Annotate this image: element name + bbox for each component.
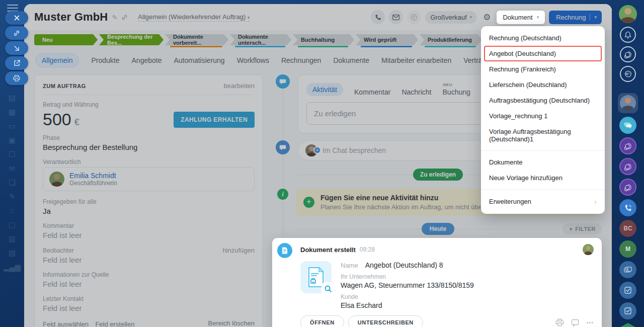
create-field-link[interactable]: Feld erstellen (95, 320, 134, 327)
print-document-icon[interactable] (555, 318, 564, 326)
workspace-badge-of[interactable]: OF (620, 323, 636, 327)
stage-buchhaltung[interactable]: Buchhaltung (293, 34, 354, 47)
tab-workflows[interactable]: Workflows (237, 56, 269, 64)
stage-dokumente-vorbereiten[interactable]: Dokumente vorbereit... (165, 34, 228, 47)
tab-automatisierung[interactable]: Automatisierung (174, 56, 224, 64)
media-icon[interactable]: ▥ (0, 234, 24, 243)
add-participant-icon[interactable]: + (313, 146, 321, 154)
menu-item-rechnung-deutschland[interactable]: Rechnung (Deutschland) (481, 30, 605, 46)
call-button[interactable] (371, 10, 385, 24)
stage-wird-geprueft[interactable]: Wird geprüft (356, 34, 418, 47)
chevron-down-icon: ▾ (537, 15, 539, 20)
open-document-button[interactable]: ÖFFNEN (300, 315, 344, 327)
menu-item-erweiterungen[interactable]: Erweiterungen› (481, 193, 605, 210)
menu-item-lieferschein[interactable]: Lieferschein (Deutschland) (481, 77, 605, 93)
notifications-button[interactable] (620, 27, 636, 43)
composer-tab-buchung[interactable]: NEUBuchung (443, 88, 470, 96)
workspace-spiral-1[interactable] (619, 137, 636, 154)
owner-card[interactable]: Emilia Schmidt Geschäftsführerin (43, 167, 255, 191)
link-icon[interactable] (121, 14, 128, 21)
menu-item-dokumente[interactable]: Dokumente (481, 154, 605, 170)
field-label: Informationen zur Quelle (43, 271, 255, 278)
field-value-empty: Feld ist leer (43, 304, 255, 312)
tab-allgemein[interactable]: Allgemein (35, 53, 79, 67)
menu-item-vorlage-auftragsbestaetigung[interactable]: Vorlage Auftragsbestätigung (Deutschland… (481, 124, 605, 147)
composer-tab-nachricht[interactable]: Nachricht (401, 88, 431, 96)
mail-icon[interactable]: ✉ (0, 164, 24, 173)
tasks-channel-button-2[interactable] (619, 302, 636, 319)
copy-link-button[interactable] (5, 26, 28, 40)
menu-item-auftragsbestaetigung[interactable]: Auftragsbestätigung (Deutschland) (481, 93, 605, 108)
stage-produktlieferung[interactable]: Produktlieferung (420, 34, 482, 47)
checkbox-icon (624, 287, 631, 294)
tasks-channel-button-1[interactable] (619, 282, 636, 299)
tab-dokumente[interactable]: Dokumente (333, 56, 369, 64)
deal-panel-edit-link[interactable]: bearbeiten (224, 82, 255, 90)
filter-button[interactable]: ▼ FILTER (562, 223, 602, 234)
workspace-spiral-2[interactable] (619, 158, 636, 175)
workspace-badge-bc[interactable]: BC (619, 220, 636, 237)
edit-title-icon[interactable]: ✎ (112, 14, 117, 21)
stats-icon[interactable]: ▂▄▆ (0, 263, 24, 272)
user-avatar[interactable] (619, 5, 637, 23)
open-external-button[interactable] (5, 56, 28, 70)
document-thumbnail[interactable] (300, 261, 332, 293)
tab-angebote[interactable]: Angebote (132, 56, 162, 64)
rechnung-button[interactable]: Rechnung▾ (549, 11, 602, 24)
delete-section-link[interactable]: Bereich löschen (208, 319, 255, 327)
sign-document-button[interactable]: UNTERSCHREIBEN (348, 315, 423, 327)
workspace-spiral-3[interactable] (619, 179, 636, 196)
network-icon[interactable]: ▧ (0, 249, 24, 258)
event-author-avatar (583, 244, 594, 255)
menu-item-rechnung-frankreich[interactable]: Rechnung (Frankreich) (481, 61, 605, 77)
calendar-icon[interactable]: ▦ (0, 108, 24, 117)
owner-name-link[interactable]: Emilia Schmidt (69, 172, 117, 180)
move-button[interactable] (5, 41, 28, 55)
payment-received-button[interactable]: ZAHLUNG ERHALTEN (174, 112, 255, 128)
field-value-empty: Feld ist leer (43, 256, 255, 264)
archive-icon[interactable]: ⌂ (0, 206, 24, 215)
document-created-card: Dokument erstellt 09:28 (272, 238, 602, 327)
document-dropdown-button[interactable]: Dokument▾ (497, 11, 545, 24)
tab-rechnungen[interactable]: Rechnungen (281, 56, 321, 64)
tasks-icon[interactable]: ☐ (0, 150, 24, 159)
add-activity-icon[interactable]: + (303, 197, 314, 208)
message-button[interactable] (407, 10, 421, 24)
dashboard-icon[interactable]: ▣ (0, 136, 24, 145)
comment-document-icon[interactable] (571, 319, 579, 326)
pipeline-select[interactable]: Großverkauf▾ (425, 11, 477, 24)
workspace-avatar[interactable] (618, 93, 638, 113)
inbox-icon[interactable]: ▭ (0, 122, 24, 131)
chats-icon[interactable]: ❏ (0, 178, 24, 187)
more-actions-icon[interactable]: ••• (586, 319, 594, 325)
email-button[interactable] (389, 10, 403, 24)
contacts-channel-button[interactable] (619, 261, 636, 278)
edit-icon[interactable]: ✎ (0, 192, 24, 201)
menu-item-vorlage-rechnung[interactable]: Vorlage_rechnung 1 (481, 108, 605, 124)
documents-icon[interactable]: ▢ (0, 220, 24, 229)
menu-item-angebot-deutschland[interactable]: Angebot (Deutschland) (484, 46, 602, 61)
stage-neu[interactable]: Neu (34, 34, 98, 47)
gear-icon[interactable]: ⚙ (483, 12, 491, 23)
tab-mitarbeiter-einarbeiten[interactable]: Mitarbeiter einarbeiten (381, 56, 451, 64)
phone-channel-button[interactable] (619, 199, 636, 216)
stage-dokumente-unterschreiben[interactable]: Dokumente untersch... (230, 34, 291, 47)
date-divider-row: Heute ▼ FILTER (274, 223, 602, 235)
menu-item-neue-vorlage[interactable]: Neue Vorlage hinzufügen (481, 170, 605, 186)
workspace-badge-m[interactable]: M (619, 240, 636, 258)
close-button[interactable] (5, 11, 28, 25)
field-value: Ja (43, 207, 255, 215)
composer-tab-aktivitaet[interactable]: Aktivität (306, 83, 343, 96)
tab-produkte[interactable]: Produkte (91, 56, 119, 64)
reply-chat-button[interactable] (620, 66, 636, 82)
print-button[interactable] (5, 71, 28, 85)
contacts-icon[interactable]: ▤ (0, 94, 24, 103)
chevron-right-icon: › (594, 197, 597, 206)
stage-besprechung[interactable]: Besprechung der Bes... (99, 34, 164, 47)
chat-channel-button[interactable] (619, 117, 636, 134)
add-watcher-link[interactable]: hinzufügen (222, 247, 255, 254)
spiral-app-button[interactable] (620, 46, 636, 62)
composer-tab-kommentar[interactable]: Kommentar (354, 88, 390, 96)
select-field-link[interactable]: Feld auswählen (43, 320, 89, 327)
pipeline-context-select[interactable]: Allgemein (Wiederkehrender Auftrag) ▾ (138, 13, 250, 22)
